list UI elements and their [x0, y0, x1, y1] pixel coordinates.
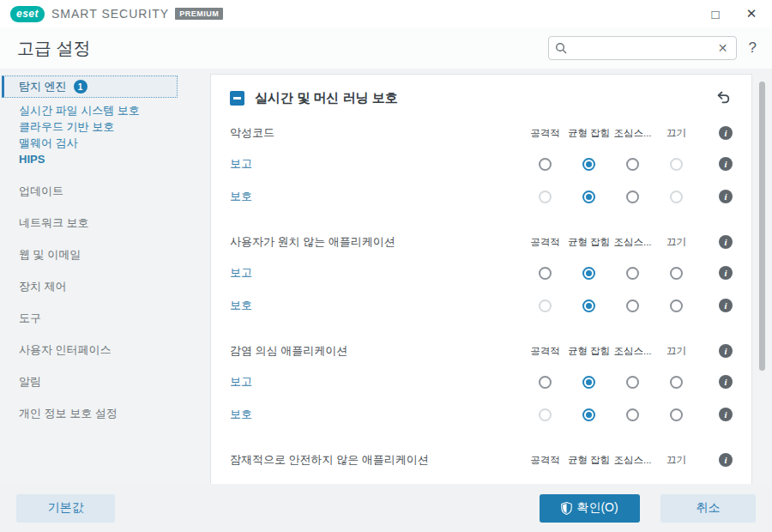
radio-disabled	[670, 158, 683, 171]
radio-disabled	[539, 190, 552, 203]
column-header: 공격적	[523, 345, 567, 358]
setting-row: 보고i	[230, 148, 733, 180]
info-icon[interactable]: i	[719, 157, 733, 171]
sidebar-item[interactable]: 도구	[0, 310, 210, 326]
column-header: 조심스...	[611, 454, 654, 467]
radio-off[interactable]	[626, 190, 639, 203]
column-header: 공격적	[523, 454, 567, 467]
info-icon[interactable]: i	[719, 190, 733, 203]
setting-row-link[interactable]: 보호	[230, 190, 252, 203]
default-button[interactable]: 기본값	[16, 494, 115, 523]
setting-row-link[interactable]: 보호	[230, 408, 252, 421]
eset-advanced-setup-window: eset SMART SECURITY PREMIUM □ ✕ 고급 설정 ✕ …	[0, 0, 772, 532]
info-icon[interactable]: i	[719, 235, 733, 249]
radio-off[interactable]	[626, 299, 639, 312]
settings-panel: 실시간 및 머신 러닝 보호 악성코드공격적균형 잡힘조심스...끄기i보고i보…	[210, 74, 752, 484]
radio-off[interactable]	[626, 267, 639, 280]
setting-row: 보고i	[230, 257, 733, 289]
cancel-button[interactable]: 취소	[660, 494, 756, 523]
column-header: 끄기	[654, 127, 698, 140]
group-label: 사용자가 원치 않는 애플리케이션	[230, 234, 523, 250]
sidebar-item[interactable]: 알림	[0, 373, 210, 390]
radio-off[interactable]	[670, 408, 683, 421]
setting-row: 보고i	[230, 366, 733, 398]
search-clear-icon[interactable]: ✕	[716, 41, 730, 55]
product-name: SMART SECURITY	[51, 7, 169, 21]
search-input[interactable]	[570, 42, 713, 55]
help-icon[interactable]: ?	[749, 39, 757, 57]
column-header: 조심스...	[611, 236, 654, 249]
column-header: 공격적	[523, 236, 567, 249]
maximize-button[interactable]: □	[703, 3, 727, 25]
main-area: 탐지 엔진1실시간 파일 시스템 보호클라우드 기반 보호맬웨어 검사HIPS업…	[0, 69, 772, 484]
column-header: 끄기	[654, 454, 698, 467]
setting-row-link[interactable]: 보고	[230, 266, 252, 280]
header: 고급 설정 ✕ ?	[0, 27, 772, 69]
scrollbar-thumb[interactable]	[759, 82, 765, 371]
info-icon[interactable]: i	[719, 408, 733, 421]
radio-on[interactable]	[582, 376, 595, 389]
radio-off[interactable]	[626, 158, 639, 171]
collapse-icon[interactable]	[230, 91, 244, 106]
sidebar: 탐지 엔진1실시간 파일 시스템 보호클라우드 기반 보호맬웨어 검사HIPS업…	[0, 69, 210, 484]
sidebar-item[interactable]: 네트워크 보호	[0, 215, 210, 231]
radio-on[interactable]	[582, 158, 595, 171]
setting-row-link[interactable]: 보고	[230, 157, 252, 171]
info-icon[interactable]: i	[719, 266, 733, 280]
column-header: 균형 잡힘	[567, 454, 611, 467]
sidebar-item[interactable]: 웹 및 이메일	[0, 246, 210, 263]
radio-off[interactable]	[670, 376, 683, 389]
close-button[interactable]: ✕	[739, 3, 763, 25]
group-label: 감염 의심 애플리케이션	[230, 343, 523, 359]
setting-group: 사용자가 원치 않는 애플리케이션공격적균형 잡힘조심스...끄기i보고i보호i	[230, 227, 733, 322]
setting-group: 잠재적으로 안전하지 않은 애플리케이션공격적균형 잡힘조심스...끄기i보고i	[230, 445, 733, 484]
setting-row: 보호i	[230, 289, 733, 322]
info-icon[interactable]: i	[719, 375, 733, 389]
radio-on[interactable]	[582, 190, 595, 203]
setting-row-link[interactable]: 보고	[230, 375, 252, 389]
setting-row-link[interactable]: 보호	[230, 299, 252, 312]
sidebar-item[interactable]: 클라우드 기반 보호	[0, 118, 210, 135]
radio-disabled	[539, 408, 552, 421]
info-icon[interactable]: i	[719, 126, 733, 140]
setting-row: 보호i	[230, 398, 733, 431]
ok-button[interactable]: 확인(O)	[540, 494, 640, 523]
shield-icon	[561, 502, 572, 515]
radio-off[interactable]	[539, 376, 552, 389]
group-header-row: 사용자가 원치 않는 애플리케이션공격적균형 잡힘조심스...끄기i	[230, 227, 733, 257]
sidebar-item[interactable]: 사용자 인터페이스	[0, 342, 210, 358]
radio-off[interactable]	[626, 376, 639, 389]
page-title: 고급 설정	[17, 37, 91, 60]
sidebar-item[interactable]: 맬웨어 검사	[0, 135, 210, 151]
info-icon[interactable]: i	[719, 344, 733, 358]
radio-on[interactable]	[582, 299, 595, 312]
sidebar-item-selected[interactable]: 탐지 엔진1	[2, 76, 178, 98]
scrollbar	[759, 77, 766, 479]
sidebar-item[interactable]: HIPS	[0, 151, 210, 167]
radio-on[interactable]	[582, 408, 595, 421]
sidebar-item[interactable]: 실시간 파일 시스템 보호	[0, 102, 210, 118]
radio-off[interactable]	[626, 408, 639, 421]
sidebar-item[interactable]: 개인 정보 보호 설정	[0, 405, 210, 421]
revert-icon[interactable]	[714, 88, 733, 107]
radio-off[interactable]	[670, 267, 683, 280]
group-label: 악성코드	[230, 125, 523, 141]
search-box: ✕	[548, 36, 737, 60]
radio-disabled	[539, 299, 552, 312]
setting-row: 보고i	[230, 475, 733, 484]
radio-off[interactable]	[539, 267, 552, 280]
column-header: 공격적	[523, 127, 567, 140]
column-header: 조심스...	[611, 127, 654, 140]
column-header: 균형 잡힘	[567, 345, 611, 358]
sidebar-item[interactable]: 업데이트	[0, 183, 210, 199]
info-icon[interactable]: i	[719, 453, 733, 467]
radio-off[interactable]	[670, 299, 683, 312]
sidebar-item[interactable]: 장치 제어	[0, 278, 210, 294]
group-header-row: 잠재적으로 안전하지 않은 애플리케이션공격적균형 잡힘조심스...끄기i	[230, 445, 733, 475]
radio-off[interactable]	[539, 158, 552, 171]
window-controls: □ ✕	[703, 0, 763, 27]
radio-on[interactable]	[582, 267, 595, 280]
group-header-row: 악성코드공격적균형 잡힘조심스...끄기i	[230, 118, 733, 148]
info-icon[interactable]: i	[719, 299, 733, 312]
status-badge: 1	[74, 80, 87, 94]
